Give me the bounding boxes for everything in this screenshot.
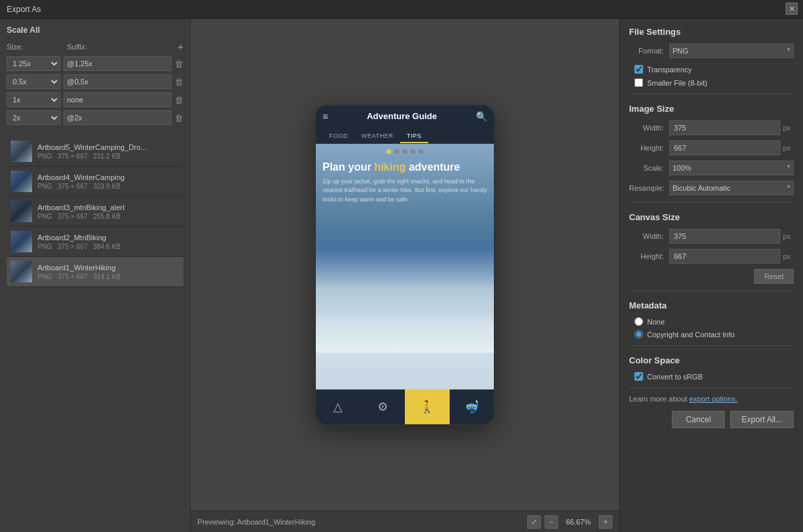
convert-srgb-checkbox[interactable]: [634, 372, 643, 381]
artboard-item-1[interactable]: Artboard4_WinterCamping PNG 375 × 667 32…: [7, 167, 183, 197]
preview-label: Previewing: Artboard1_WinterHiking: [197, 518, 315, 526]
zoom-out-button[interactable]: −: [545, 515, 558, 529]
scale-suffix-input-1[interactable]: [64, 74, 171, 89]
scale-row-2: 1x 🗑: [7, 92, 183, 107]
artboard-thumb-3: [11, 231, 32, 252]
close-button[interactable]: ✕: [786, 3, 798, 15]
divider-3: [629, 290, 794, 291]
nav-dive-icon[interactable]: 🤿: [450, 389, 495, 424]
convert-srgb-label: Convert to sRGB: [647, 373, 703, 381]
nav-bike-icon[interactable]: ⚙: [361, 389, 406, 424]
transparency-label: Transparency: [647, 66, 692, 74]
dot-1: [395, 149, 399, 154]
reset-button[interactable]: Reset: [754, 269, 794, 284]
image-width-label: Width:: [629, 124, 669, 132]
metadata-copyright-radio[interactable]: [634, 330, 643, 339]
artboard-name-1: Artboard4_WinterCamping: [37, 173, 165, 181]
dot-2: [403, 149, 408, 154]
artboard-name-3: Artboard2_MtnBiking: [37, 234, 165, 242]
smaller-file-checkbox[interactable]: [634, 78, 643, 87]
divider-2: [629, 202, 794, 203]
left-panel: Scale All Size: Suffix: + 1.25x 🗑 0.5x 🗑…: [0, 19, 191, 532]
canvas-height-label: Height:: [629, 252, 669, 260]
hero-part2: adventure: [406, 161, 460, 173]
hero-headline: Plan your hiking adventure: [323, 161, 487, 173]
image-height-input[interactable]: [669, 141, 780, 155]
artboard-info-3: Artboard2_MtnBiking PNG 375 × 667 384.6 …: [37, 234, 179, 250]
format-select[interactable]: PNG JPEG GIF SVG: [669, 43, 794, 58]
file-settings-title: File Settings: [629, 27, 794, 37]
cancel-button[interactable]: Cancel: [672, 411, 725, 428]
scale-size-select-0[interactable]: 1.25x: [7, 56, 60, 71]
artboard-meta-1: PNG 375 × 667 323.9 KB: [37, 183, 179, 190]
scale-row-input: Scale: 100% 50% 200%: [629, 161, 794, 175]
resample-label: Resample:: [629, 184, 669, 192]
hero-text: Plan your hiking adventure Zip up your j…: [323, 161, 487, 205]
artboard-info-2: Artboard3_mtnBiking_alert PNG 375 × 667 …: [37, 203, 179, 220]
artboard-item-4[interactable]: Artboard1_WinterHiking PNG 375 × 667 314…: [7, 257, 183, 287]
scale-select[interactable]: 100% 50% 200%: [669, 161, 794, 175]
scale-all-title: Scale All: [7, 25, 183, 35]
phone-dots: [387, 149, 424, 154]
scale-suffix-input-3[interactable]: [64, 110, 171, 125]
image-width-input[interactable]: [669, 120, 780, 135]
metadata-copyright-label: Copyright and Contact Info: [647, 331, 735, 339]
scale-row-0: 1.25x 🗑: [7, 56, 183, 71]
zoom-in-button[interactable]: +: [599, 515, 612, 529]
delete-scale-icon-3[interactable]: 🗑: [175, 113, 183, 123]
artboard-name-2: Artboard3_mtnBiking_alert: [37, 203, 165, 211]
add-scale-button[interactable]: +: [178, 41, 183, 52]
scale-suffix-input-0[interactable]: [64, 56, 171, 71]
artboard-thumb-4: [11, 261, 32, 282]
hero-snow: [316, 313, 494, 353]
artboard-thumb-2: [11, 201, 32, 222]
delete-scale-icon-0[interactable]: 🗑: [175, 59, 183, 69]
nav-hike-icon[interactable]: 🚶: [405, 389, 450, 424]
center-panel: ≡ Adventure Guide 🔍 FOOD WEATHER TIPS: [191, 19, 619, 532]
artboard-thumb-1: [11, 171, 32, 192]
artboard-item-2[interactable]: Artboard3_mtnBiking_alert PNG 375 × 667 …: [7, 197, 183, 227]
delete-scale-icon-1[interactable]: 🗑: [175, 77, 183, 87]
phone-tab-food[interactable]: FOOD: [323, 130, 355, 143]
metadata-none-radio[interactable]: [634, 317, 643, 326]
learn-more-text: Learn more about export options.: [629, 395, 794, 403]
artboard-item-3[interactable]: Artboard2_MtnBiking PNG 375 × 667 384.6 …: [7, 227, 183, 257]
metadata-none-label: None: [647, 318, 664, 326]
artboard-info-4: Artboard1_WinterHiking PNG 375 × 667 314…: [37, 264, 179, 280]
fullscreen-button[interactable]: ⤢: [527, 515, 541, 529]
nav-tent-icon[interactable]: △: [316, 389, 361, 424]
scale-size-select-2[interactable]: 1x: [7, 92, 60, 107]
smaller-file-row: Smaller File (8-bit): [634, 78, 794, 87]
preview-area: ≡ Adventure Guide 🔍 FOOD WEATHER TIPS: [191, 19, 619, 511]
phone-content: Plan your hiking adventure Zip up your j…: [316, 144, 494, 389]
canvas-height-input[interactable]: [669, 249, 780, 264]
canvas-width-input[interactable]: [669, 229, 780, 244]
metadata-title: Metadata: [629, 300, 794, 311]
convert-srgb-row: Convert to sRGB: [634, 372, 794, 381]
transparency-checkbox[interactable]: [634, 65, 643, 74]
zoom-level: 66.67%: [562, 517, 595, 527]
size-header-label: Size:: [7, 43, 67, 51]
scale-size-select-3[interactable]: 2x: [7, 110, 60, 125]
scale-label: Scale:: [629, 164, 669, 172]
resample-row: Resample: Bicubic Automatic Bilinear Nea…: [629, 181, 794, 195]
scale-size-select-1[interactable]: 0.5x: [7, 74, 60, 89]
delete-scale-icon-2[interactable]: 🗑: [175, 95, 183, 105]
scale-suffix-input-2[interactable]: [64, 92, 171, 107]
export-all-button[interactable]: Export All...: [730, 411, 794, 428]
phone-tab-weather[interactable]: WEATHER: [355, 130, 400, 143]
preview-bottom-bar: Previewing: Artboard1_WinterHiking ⤢ − 6…: [191, 511, 619, 532]
canvas-height-unit: px: [783, 252, 794, 260]
divider-5: [629, 387, 794, 388]
format-label: Format:: [629, 47, 669, 55]
learn-more-link[interactable]: export options.: [689, 395, 737, 403]
hero-part1: Plan your: [323, 161, 374, 173]
resample-select[interactable]: Bicubic Automatic Bilinear Nearest Neigh…: [669, 181, 794, 195]
phone-tab-tips[interactable]: TIPS: [400, 130, 428, 143]
artboard-name-0: Artboard5_WinterCamping_Dro...: [37, 143, 165, 151]
artboard-meta-2: PNG 375 × 667 255.8 KB: [37, 213, 179, 220]
canvas-width-row: Width: px: [629, 229, 794, 244]
metadata-none-row: None: [634, 317, 794, 326]
artboard-item-0[interactable]: Artboard5_WinterCamping_Dro... PNG 375 ×…: [7, 137, 183, 167]
scale-header: Size: Suffix: +: [7, 41, 183, 52]
